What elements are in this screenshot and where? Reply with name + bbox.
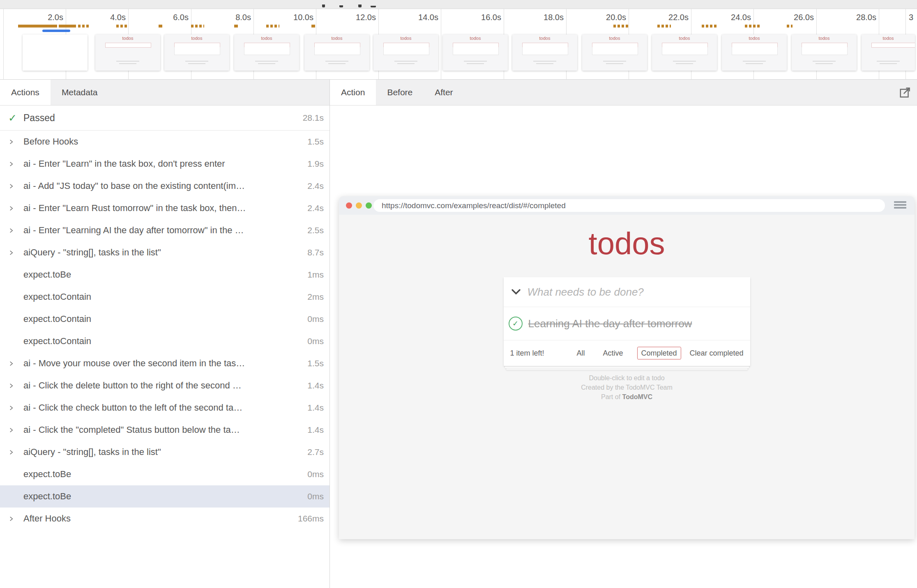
action-row-label: ai - Click the check button to the left … bbox=[23, 402, 302, 413]
timeline-tick-label: 24.0s bbox=[731, 13, 751, 22]
thumbnail-footnote-line bbox=[185, 61, 208, 62]
thumbnail-list-box bbox=[732, 47, 778, 55]
row-expand-chevron[interactable] bbox=[8, 139, 23, 145]
filmstrip-thumbnail[interactable]: todos bbox=[95, 34, 160, 71]
action-row[interactable]: ai - Enter "Learning AI the day after to… bbox=[0, 219, 329, 241]
action-activity-bar bbox=[116, 25, 129, 28]
snapshot-panel: Action Before After bbox=[330, 80, 917, 588]
action-row-label: expect.toContain bbox=[23, 292, 302, 302]
action-row-duration: 1.5s bbox=[307, 358, 324, 368]
row-expand-chevron[interactable] bbox=[8, 383, 23, 389]
filmstrip-thumbnail[interactable]: todos bbox=[582, 34, 647, 71]
filmstrip-thumbnail[interactable]: todos bbox=[304, 34, 369, 71]
filter-completed: Completed bbox=[637, 347, 681, 360]
timeline-tick-label: 10.0s bbox=[293, 13, 313, 22]
filmstrip-thumbnail[interactable]: todos bbox=[652, 34, 717, 71]
action-activity-bar bbox=[191, 25, 204, 28]
action-row[interactable]: expect.toBe0ms bbox=[0, 485, 329, 508]
action-row[interactable]: ai - Move your mouse over the second ite… bbox=[0, 352, 329, 374]
thumbnail-footnote-line bbox=[328, 63, 346, 64]
filmstrip-thumbnail[interactable]: todos bbox=[512, 34, 577, 71]
clipped-title-glyph bbox=[322, 5, 325, 7]
filmstrip-thumbnail[interactable]: todos bbox=[164, 34, 229, 71]
row-expand-chevron[interactable] bbox=[8, 205, 23, 211]
tab-after-label: After bbox=[435, 87, 453, 97]
action-row[interactable]: ai - Click the "completed" Status button… bbox=[0, 419, 329, 441]
action-row[interactable]: expect.toContain0ms bbox=[0, 308, 329, 330]
row-expand-chevron[interactable] bbox=[8, 183, 23, 189]
filmstrip-thumbnail[interactable] bbox=[23, 34, 88, 71]
thumbnail-list-box bbox=[174, 47, 220, 55]
filmstrip-thumbnail[interactable]: todos bbox=[443, 34, 508, 71]
timeline-tick-label-clipped: 3 bbox=[909, 13, 913, 22]
todo-info-line: Created by the TodoMVC Team bbox=[339, 383, 915, 392]
filmstrip-thumbnail[interactable]: todos bbox=[862, 34, 915, 71]
thumbnail-footnote-line bbox=[880, 63, 897, 64]
tab-before[interactable]: Before bbox=[376, 80, 424, 105]
thumbnail-input-box bbox=[105, 43, 151, 48]
timeline[interactable]: 2.0s4.0s6.0s8.0s10.0s12.0s14.0s16.0s18.0… bbox=[0, 9, 917, 80]
thumbnail-list-box bbox=[314, 47, 360, 55]
thumbnail-todos-title: todos bbox=[373, 36, 438, 41]
new-todo-row: What needs to be done? bbox=[504, 277, 750, 307]
tab-action[interactable]: Action bbox=[330, 80, 376, 105]
filmstrip-thumbnail[interactable]: todos bbox=[234, 34, 299, 71]
row-expand-chevron[interactable] bbox=[8, 405, 23, 411]
action-row-label: ai - Enter "Learn" in the task box, don'… bbox=[23, 158, 302, 169]
test-status-label: Passed bbox=[23, 113, 303, 124]
action-row[interactable]: ai - Enter "Learn Rust tomorrow" in the … bbox=[0, 197, 329, 219]
todo-check-icon: ✓ bbox=[509, 317, 523, 331]
action-row[interactable]: expect.toContain2ms bbox=[0, 286, 329, 308]
action-row-duration: 0ms bbox=[307, 469, 324, 479]
row-expand-chevron[interactable] bbox=[8, 250, 23, 256]
check-icon: ✓ bbox=[8, 112, 23, 124]
timeline-tick-label: 18.0s bbox=[544, 13, 564, 22]
action-row[interactable]: After Hooks166ms bbox=[0, 508, 329, 530]
thumbnail-input-box bbox=[871, 43, 915, 48]
filmstrip-thumbnail[interactable]: todos bbox=[722, 34, 787, 71]
action-row[interactable]: aiQuery - "string[], tasks in the list"2… bbox=[0, 441, 329, 463]
action-row[interactable]: expect.toBe1ms bbox=[0, 264, 329, 286]
row-expand-chevron[interactable] bbox=[8, 427, 23, 433]
trace-viewer-window: 2.0s4.0s6.0s8.0s10.0s12.0s14.0s16.0s18.0… bbox=[0, 0, 917, 588]
snapshot-content: https://todomvc.com/examples/react/dist/… bbox=[330, 106, 917, 588]
thumbnail-footnote-line bbox=[116, 61, 139, 62]
tab-after[interactable]: After bbox=[424, 80, 464, 105]
row-expand-chevron[interactable] bbox=[8, 361, 23, 367]
test-status-row: ✓ Passed 28.1s bbox=[0, 106, 329, 131]
thumbnail-footnote-line bbox=[746, 63, 763, 64]
timeline-tick-label: 4.0s bbox=[110, 13, 126, 22]
browser-screenshot[interactable]: https://todomvc.com/examples/react/dist/… bbox=[339, 196, 915, 539]
action-row-duration: 2.7s bbox=[307, 447, 324, 457]
action-row-duration: 1.4s bbox=[307, 403, 324, 413]
traffic-light-zoom-icon bbox=[366, 202, 372, 209]
filmstrip-thumbnail[interactable]: todos bbox=[373, 34, 438, 71]
tab-metadata[interactable]: Metadata bbox=[51, 80, 109, 105]
row-expand-chevron[interactable] bbox=[8, 227, 23, 234]
action-row[interactable]: expect.toContain0ms bbox=[0, 330, 329, 352]
row-expand-chevron[interactable] bbox=[8, 449, 23, 455]
thumbnail-todos-title: todos bbox=[652, 36, 717, 41]
action-activity-bar bbox=[311, 25, 315, 28]
action-row[interactable]: ai - Click the delete button to the righ… bbox=[0, 374, 329, 397]
action-row[interactable]: Before Hooks1.5s bbox=[0, 131, 329, 153]
action-row[interactable]: aiQuery - "string[], tasks in the list"8… bbox=[0, 241, 329, 264]
chevron-right-icon bbox=[8, 205, 14, 211]
chevron-right-icon bbox=[8, 227, 14, 234]
filmstrip-thumbnail[interactable]: todos bbox=[792, 34, 857, 71]
action-row[interactable]: ai - Click the check button to the left … bbox=[0, 397, 329, 419]
open-snapshot-icon[interactable] bbox=[899, 86, 911, 99]
thumbnail-footnote-line bbox=[743, 61, 766, 62]
chevron-right-icon bbox=[8, 405, 14, 411]
action-row[interactable]: expect.toBe0ms bbox=[0, 463, 329, 485]
row-expand-chevron[interactable] bbox=[8, 516, 23, 522]
clipped-title-glyph bbox=[339, 5, 343, 7]
tab-actions[interactable]: Actions bbox=[0, 80, 51, 105]
action-row-duration: 1.5s bbox=[307, 137, 324, 147]
timeline-tick-label: 12.0s bbox=[356, 13, 376, 22]
toggle-all-chevron-down-icon bbox=[511, 289, 521, 295]
row-expand-chevron[interactable] bbox=[8, 161, 23, 167]
action-row[interactable]: ai - Add "JS today" to base on the exist… bbox=[0, 175, 329, 197]
action-row-label: expect.toBe bbox=[23, 469, 302, 480]
action-row[interactable]: ai - Enter "Learn" in the task box, don'… bbox=[0, 153, 329, 175]
